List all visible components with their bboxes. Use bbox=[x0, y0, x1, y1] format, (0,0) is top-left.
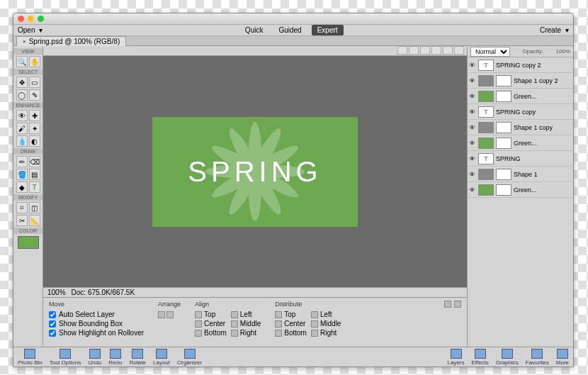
bottombar-effects[interactable]: Effects bbox=[472, 349, 489, 366]
bottombar-redo[interactable]: Redo bbox=[108, 349, 122, 366]
bottombar-graphics[interactable]: Graphics bbox=[496, 349, 519, 366]
align-option[interactable]: Left bbox=[231, 310, 261, 318]
bottombar-favorites[interactable]: Favorites bbox=[526, 349, 549, 366]
panel-menu-icon[interactable] bbox=[454, 301, 461, 308]
bounding-box-checkbox[interactable]: Show Bounding Box bbox=[49, 320, 144, 328]
distribute-label: Distribute bbox=[275, 301, 341, 308]
open-dropdown-icon[interactable]: ▾ bbox=[39, 26, 43, 34]
bottombar-layers[interactable]: Layers bbox=[448, 349, 465, 366]
align-option[interactable]: Middle bbox=[311, 320, 341, 328]
align-option[interactable]: Top bbox=[275, 310, 307, 318]
align-option[interactable]: Bottom bbox=[195, 329, 227, 337]
align-option[interactable]: Top bbox=[195, 310, 227, 318]
layer-name: SPRING bbox=[496, 155, 572, 162]
blur-tool[interactable]: 💧 bbox=[16, 135, 28, 147]
layer-row[interactable]: 👁Green... bbox=[468, 89, 573, 104]
panel-icon[interactable] bbox=[420, 46, 430, 55]
panel-icon[interactable] bbox=[431, 46, 441, 55]
layer-row[interactable]: 👁Shape 1 bbox=[468, 167, 573, 182]
menubar: Open▾ Quick Guided Expert Create▾ bbox=[13, 25, 573, 36]
move-tool[interactable]: ✥ bbox=[16, 77, 28, 88]
align-option[interactable]: Middle bbox=[231, 320, 261, 328]
brush-tool[interactable]: 🖌 bbox=[16, 123, 28, 134]
document-tab[interactable]: × Spring.psd @ 100% (RGB/8) bbox=[16, 36, 126, 46]
align-option[interactable]: Left bbox=[311, 310, 341, 318]
close-icon[interactable] bbox=[18, 16, 24, 22]
type-tool[interactable]: T bbox=[29, 181, 40, 193]
arrange-icon[interactable] bbox=[158, 311, 165, 318]
canvas-viewport[interactable]: SPRING bbox=[43, 56, 467, 287]
tool-section-draw: DRAW bbox=[13, 148, 43, 155]
visibility-icon[interactable]: 👁 bbox=[469, 140, 476, 147]
visibility-icon[interactable]: 👁 bbox=[469, 124, 476, 131]
close-tab-icon[interactable]: × bbox=[23, 38, 26, 45]
mode-guided[interactable]: Guided bbox=[273, 25, 307, 35]
tool-options-panel: Move Auto Select Layer Show Bounding Box… bbox=[43, 297, 467, 347]
layer-row[interactable]: 👁TSPRING copy 2 bbox=[468, 57, 573, 73]
zoom-icon[interactable] bbox=[38, 16, 44, 22]
foreground-color-swatch[interactable] bbox=[18, 236, 39, 249]
smart-tool[interactable]: ✦ bbox=[29, 123, 40, 134]
bottombar-rotate[interactable]: Rotate bbox=[129, 349, 146, 366]
layer-row[interactable]: 👁Green... bbox=[468, 182, 573, 198]
panel-icon[interactable] bbox=[443, 46, 453, 55]
tools-panel: VIEW 🔍✋ SELECT ✥▭ ◯✎ ENHANCE 👁✚ 🖌✦ 💧◐ DR… bbox=[13, 46, 43, 347]
blend-mode-select[interactable]: Normal bbox=[470, 47, 510, 57]
mode-quick[interactable]: Quick bbox=[239, 25, 269, 35]
align-option[interactable]: Right bbox=[311, 329, 341, 337]
lasso-tool[interactable]: ◯ bbox=[16, 89, 28, 101]
align-option[interactable]: Center bbox=[275, 320, 307, 328]
straighten-tool[interactable]: 📐 bbox=[29, 215, 40, 226]
visibility-icon[interactable]: 👁 bbox=[469, 171, 476, 178]
hand-tool[interactable]: ✋ bbox=[29, 56, 40, 67]
content-tool[interactable]: ✂ bbox=[16, 215, 28, 226]
layer-row[interactable]: 👁Shape 1 copy bbox=[468, 120, 573, 135]
opacity-value[interactable]: 100% bbox=[556, 48, 570, 55]
align-option[interactable]: Bottom bbox=[275, 329, 307, 337]
zoom-level[interactable]: 100% bbox=[47, 289, 66, 296]
gradient-tool[interactable]: ▤ bbox=[29, 169, 40, 180]
zoom-tool[interactable]: 🔍 bbox=[16, 56, 28, 67]
align-option[interactable]: Center bbox=[195, 320, 227, 328]
visibility-icon[interactable]: 👁 bbox=[469, 62, 476, 69]
quickselect-tool[interactable]: ✎ bbox=[29, 89, 40, 101]
panel-minimize-icon[interactable] bbox=[444, 301, 451, 308]
visibility-icon[interactable]: 👁 bbox=[469, 155, 476, 162]
sponge-tool[interactable]: ◐ bbox=[29, 135, 40, 147]
fill-tool[interactable]: 🪣 bbox=[16, 169, 28, 180]
create-menu[interactable]: Create bbox=[540, 26, 561, 34]
bottombar-tool-options[interactable]: Tool Options bbox=[50, 349, 81, 366]
layer-row[interactable]: 👁TSPRING bbox=[468, 151, 573, 167]
bottombar-more[interactable]: More bbox=[556, 349, 569, 366]
spot-tool[interactable]: ✚ bbox=[29, 110, 40, 121]
minimize-icon[interactable] bbox=[28, 16, 34, 22]
bottombar-photo-bin[interactable]: Photo Bin bbox=[18, 349, 43, 366]
marquee-tool[interactable]: ▭ bbox=[29, 77, 40, 88]
highlight-checkbox[interactable]: Show Highlight on Rollover bbox=[49, 329, 144, 337]
auto-select-checkbox[interactable]: Auto Select Layer bbox=[49, 310, 144, 318]
panel-icon[interactable] bbox=[397, 46, 407, 55]
panel-icon[interactable] bbox=[409, 46, 419, 55]
bottombar-organizer[interactable]: Organizer bbox=[177, 349, 202, 366]
create-dropdown-icon[interactable]: ▾ bbox=[565, 26, 569, 34]
bottombar-layout[interactable]: Layout bbox=[153, 349, 170, 366]
recompose-tool[interactable]: ◫ bbox=[29, 202, 40, 213]
open-menu[interactable]: Open bbox=[18, 26, 35, 34]
layer-row[interactable]: 👁TSPRING copy bbox=[468, 104, 573, 120]
panel-icon[interactable] bbox=[454, 46, 464, 55]
mode-expert[interactable]: Expert bbox=[312, 25, 344, 35]
visibility-icon[interactable]: 👁 bbox=[469, 186, 476, 194]
align-option[interactable]: Right bbox=[231, 329, 261, 337]
layer-row[interactable]: 👁Green... bbox=[468, 135, 573, 151]
layer-row[interactable]: 👁Shape 1 copy 2 bbox=[468, 73, 573, 89]
visibility-icon[interactable]: 👁 bbox=[469, 108, 476, 116]
eye-tool[interactable]: 👁 bbox=[16, 110, 28, 121]
bottombar-undo[interactable]: Undo bbox=[88, 349, 101, 366]
arrange-icon[interactable] bbox=[166, 311, 174, 318]
shape-tool[interactable]: ◆ bbox=[16, 181, 28, 193]
visibility-icon[interactable]: 👁 bbox=[469, 77, 476, 84]
crop-tool[interactable]: ⌗ bbox=[16, 202, 28, 213]
visibility-icon[interactable]: 👁 bbox=[469, 93, 476, 100]
pencil-tool[interactable]: ✏ bbox=[16, 156, 28, 167]
eraser-tool[interactable]: ⌫ bbox=[29, 156, 40, 167]
